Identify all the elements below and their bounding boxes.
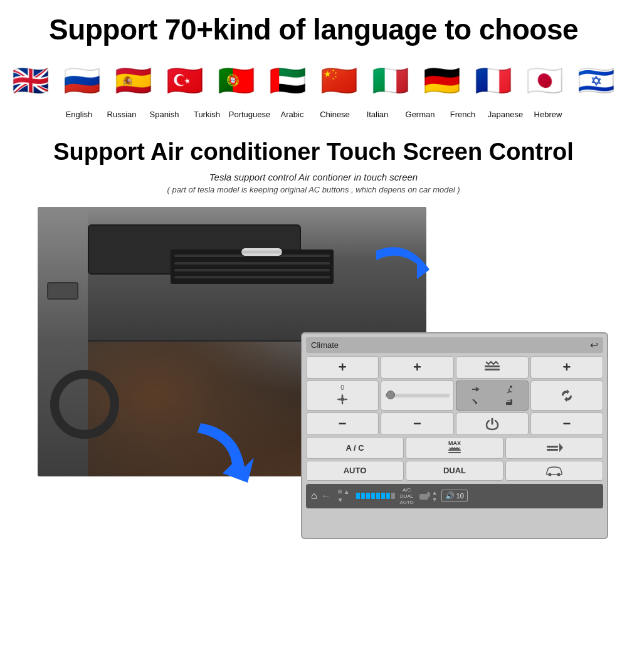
climate-controls-row4: A / C MAX <box>306 437 603 459</box>
svg-rect-9 <box>547 446 558 448</box>
svg-rect-1 <box>485 369 500 370</box>
power-btn[interactable] <box>456 412 529 435</box>
svg-line-4 <box>507 392 509 393</box>
minus-icon-3: − <box>562 416 571 432</box>
seat-person-icon <box>505 385 514 394</box>
flags-row: 🇬🇧🇷🇺🇪🇸🇹🇷🇵🇹🇦🇪🇨🇳🇮🇹🇩🇪🇫🇷🇯🇵🇮🇱 <box>19 58 608 103</box>
lang-label-arabic: Arabic <box>271 110 314 119</box>
heated-seat-icon <box>505 397 514 406</box>
rear-vent-btn[interactable] <box>505 437 603 459</box>
climate-header: Climate ↩ <box>306 337 603 353</box>
dual-label: DUAL <box>443 466 466 475</box>
fan-icon <box>335 392 349 406</box>
svg-rect-8 <box>448 452 461 453</box>
ac-label: A / C <box>345 443 364 453</box>
flag-german: 🇩🇪 <box>419 58 465 103</box>
max-defroster-btn[interactable]: MAX <box>406 437 503 459</box>
home-icon[interactable]: ⌂ <box>311 490 317 501</box>
ac-status-group: A/C DUAL AUTO <box>400 487 414 505</box>
climate-ui: Climate ↩ + + <box>301 332 608 539</box>
illumination-bar <box>356 493 395 499</box>
flag-portuguese: 🇵🇹 <box>214 58 259 103</box>
ac-button[interactable]: A / C <box>306 437 404 459</box>
lang-label-japanese: Japanese <box>484 110 527 119</box>
temp-down-right[interactable]: − <box>530 412 603 435</box>
fan-slider[interactable] <box>385 394 449 397</box>
ac-section: Support Air conditioner Touch Screen Con… <box>19 138 608 539</box>
climate-controls-row1: + + + <box>306 356 603 379</box>
fan-down[interactable]: − <box>381 412 453 435</box>
up-arrow-bar[interactable]: ▲ <box>344 488 350 495</box>
svg-rect-7 <box>448 449 461 451</box>
lang-label-russian: Russian <box>100 110 143 119</box>
flag-russian: 🇷🇺 <box>60 58 105 103</box>
seat-heat-icon[interactable] <box>493 396 525 407</box>
fan-up[interactable]: + <box>381 356 453 379</box>
ac-image-section: Climate ↩ + + <box>19 207 608 539</box>
flag-hebrew: 🇮🇱 <box>574 58 619 103</box>
temp-up-left[interactable]: + <box>306 356 379 379</box>
airflow-down-right[interactable] <box>459 396 492 407</box>
language-title: Support 70+kind of language to choose <box>19 13 608 47</box>
recirculate-btn[interactable] <box>530 381 603 411</box>
flag-japanese: 🇯🇵 <box>522 58 567 103</box>
ac-title: Support Air conditioner Touch Screen Con… <box>19 138 608 167</box>
lang-label-chinese: Chinese <box>314 110 356 119</box>
page-container: Support 70+kind of language to choose 🇬🇧… <box>0 0 627 552</box>
flag-chinese: 🇨🇳 <box>317 58 362 103</box>
lang-label-french: French <box>441 110 484 119</box>
ac-subtitle2: ( part of tesla model is keeping origina… <box>19 185 608 194</box>
flag-french: 🇫🇷 <box>471 58 516 103</box>
seat-down[interactable]: ▼ <box>432 496 438 503</box>
svg-rect-0 <box>485 365 500 367</box>
svg-rect-10 <box>547 449 558 451</box>
volume-badge: 🔊 10 <box>441 490 468 502</box>
minus-icon-1: − <box>339 416 347 432</box>
fan-slider-cell[interactable] <box>381 381 453 411</box>
minus-icon-2: − <box>413 416 421 432</box>
svg-point-3 <box>510 386 512 388</box>
climate-controls-row5: AUTO DUAL <box>306 461 603 481</box>
flag-italian: 🇮🇹 <box>368 58 413 103</box>
temp-down-left[interactable]: − <box>306 412 379 435</box>
dual-button[interactable]: DUAL <box>406 461 503 481</box>
lang-label-turkish: Turkish <box>186 110 228 119</box>
flag-turkish: 🇹🇷 <box>162 58 208 103</box>
recirculate-icon <box>559 388 574 403</box>
auto-button[interactable]: AUTO <box>306 461 404 481</box>
flag-spanish: 🇪🇸 <box>111 58 156 103</box>
bottom-bar: ⌂ ← ❄ ▲ ▼ <box>306 484 603 508</box>
rear-vent-icon <box>545 442 563 453</box>
down-arrow-bar[interactable]: ▼ <box>337 496 344 503</box>
seat-up[interactable]: ▲ <box>432 490 438 496</box>
auto-label: AUTO <box>344 466 367 475</box>
lang-label-italian: Italian <box>356 110 399 119</box>
temp-up-right[interactable]: + <box>530 356 603 379</box>
svg-point-11 <box>549 473 552 476</box>
speaker-icon: 🔊 <box>445 491 455 500</box>
lang-label-german: German <box>399 110 441 119</box>
fan-control[interactable]: 0 <box>306 381 379 411</box>
volume-value: 10 <box>456 492 464 500</box>
airflow-right[interactable] <box>459 384 492 395</box>
lang-labels-row: EnglishRussianSpanishTurkishPortugueseAr… <box>19 110 608 119</box>
svg-rect-13 <box>419 494 428 500</box>
climate-back-icon[interactable]: ↩ <box>590 339 598 351</box>
blue-arrow-down <box>188 417 257 486</box>
svg-point-2 <box>340 397 344 401</box>
arrow-down-right-icon <box>471 397 480 406</box>
defroster-rear[interactable] <box>456 356 529 379</box>
back-nav-icon[interactable]: ← <box>321 490 331 501</box>
plus-icon-1: + <box>339 359 347 375</box>
seat-icon-bar <box>419 491 431 500</box>
car-btn[interactable] <box>505 461 603 481</box>
flag-english: 🇬🇧 <box>8 58 53 103</box>
ac-subtitle: Tesla support control Air contioner in t… <box>19 172 608 182</box>
car-icon <box>544 465 564 476</box>
lang-label-hebrew: Hebrew <box>527 110 569 119</box>
plus-icon-3: + <box>562 359 571 375</box>
blue-arrow-right <box>370 241 433 298</box>
seat-person-top[interactable] <box>493 384 525 395</box>
airflow-direction[interactable] <box>456 381 529 411</box>
defroster-icon <box>483 360 501 374</box>
